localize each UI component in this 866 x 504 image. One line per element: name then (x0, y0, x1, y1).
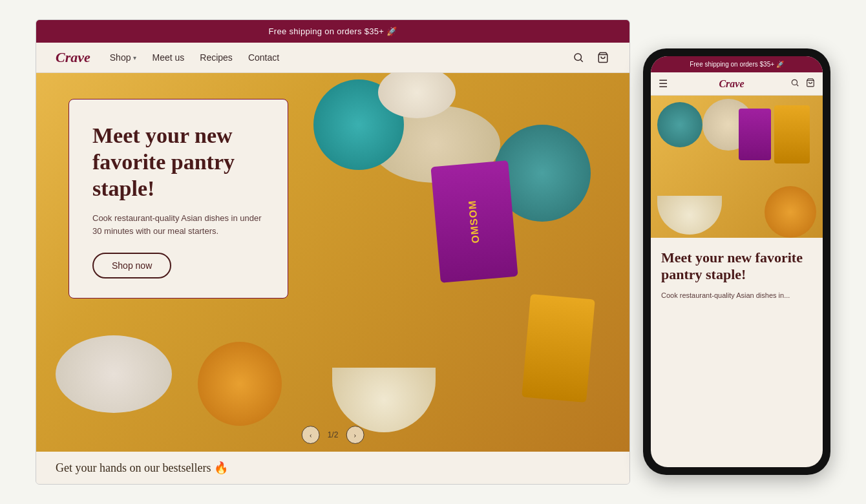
desktop-browser-frame: Free shipping on orders $35+ 🚀 Crave Sho… (36, 19, 630, 485)
mobile-logo[interactable]: Crave (673, 78, 790, 90)
svg-point-0 (575, 54, 582, 61)
bestsellers-title: Get your hands on our bestsellers 🔥 (56, 461, 228, 474)
nav-contact[interactable]: Contact (248, 52, 279, 63)
shop-now-button[interactable]: Shop now (92, 253, 171, 278)
svg-line-1 (580, 59, 582, 61)
product-package-yellow (522, 294, 595, 403)
mobile-hero-content: Meet your new favorite pantry staple! Co… (651, 238, 823, 310)
svg-point-3 (792, 79, 797, 85)
food-bowl-orange (198, 342, 282, 426)
search-icon[interactable] (571, 50, 586, 65)
announcement-bar: Free shipping on orders $35+ 🚀 (36, 20, 629, 43)
nav-actions (571, 50, 610, 65)
cart-icon[interactable] (596, 50, 610, 65)
mobile-menu-icon[interactable]: ☰ (659, 78, 668, 90)
mobile-hero-title: Meet your new favorite pantry staple! (661, 249, 812, 284)
mobile-search-icon[interactable] (790, 78, 799, 90)
nav-meet-us[interactable]: Meet us (152, 52, 184, 63)
mobile-hero-subtitle: Cook restaurant-quality Asian dishes in.… (661, 290, 812, 301)
mobile-hero-image (651, 96, 823, 238)
hero-card: Meet your new favorite pantry staple! Co… (69, 99, 288, 299)
slide-next-button[interactable]: › (346, 426, 364, 444)
mobile-cart-icon[interactable] (806, 78, 815, 90)
mobile-product-1 (774, 105, 810, 163)
hero-section: OMSOM Meet your new favorite pantry stap… (36, 73, 629, 452)
bestsellers-section: Get your hands on our bestsellers 🔥 (36, 452, 629, 484)
mobile-food-bowl-4 (765, 186, 816, 238)
chevron-down-icon: ▾ (133, 54, 136, 61)
hero-subtitle: Cook restaurant-quality Asian dishes in … (92, 212, 264, 237)
navigation: Crave Shop ▾ Meet us Recipes Contact (36, 43, 629, 73)
announcement-text: Free shipping on orders $35+ 🚀 (269, 26, 397, 36)
mobile-food-bowl-1 (657, 102, 702, 147)
slide-prev-button[interactable]: ‹ (302, 426, 320, 444)
nav-links: Shop ▾ Meet us Recipes Contact (110, 52, 571, 63)
mobile-announcement-bar: Free shipping on orders $35+ 🚀 (651, 56, 823, 72)
hero-title: Meet your new favorite pantry staple! (92, 123, 264, 202)
mobile-food-bowl-3 (657, 196, 722, 235)
mobile-nav-icons (790, 78, 815, 90)
nav-recipes[interactable]: Recipes (200, 52, 233, 63)
logo[interactable]: Crave (56, 49, 90, 66)
mobile-navigation: ☰ Crave (651, 72, 823, 96)
svg-line-4 (797, 84, 799, 86)
mobile-product-2 (739, 109, 771, 160)
nav-shop[interactable]: Shop ▾ (110, 52, 137, 63)
mobile-screen: Free shipping on orders $35+ 🚀 ☰ Crave (651, 56, 823, 467)
product-package-purple: OMSOM (430, 160, 518, 283)
mobile-phone-frame: Free shipping on orders $35+ 🚀 ☰ Crave (643, 48, 830, 475)
food-rice-bowl (332, 368, 436, 432)
slide-controls: ‹ 1/2 › (302, 426, 364, 444)
slide-counter: 1/2 (328, 430, 339, 439)
food-bowl-light (56, 335, 172, 413)
